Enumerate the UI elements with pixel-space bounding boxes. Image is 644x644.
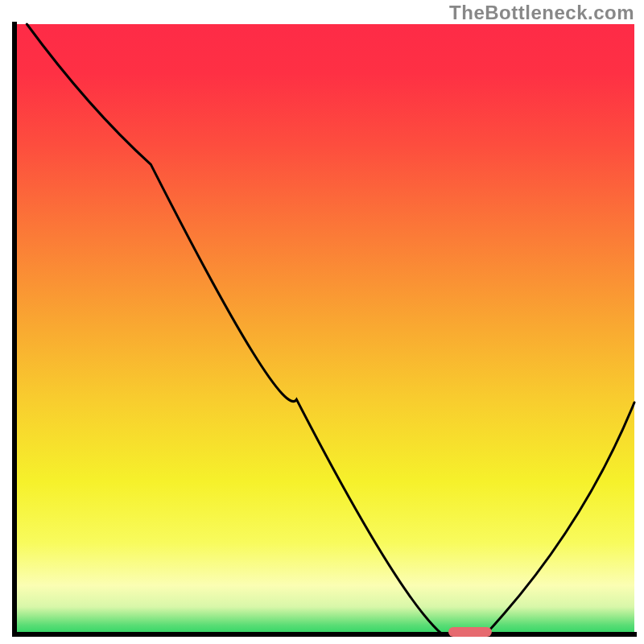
bottleneck-chart: TheBottleneck.com: [0, 0, 644, 644]
watermark-text: TheBottleneck.com: [449, 2, 634, 24]
chart-svg: [0, 0, 644, 644]
optimal-range-marker: [448, 627, 492, 637]
chart-background: [14, 24, 634, 634]
